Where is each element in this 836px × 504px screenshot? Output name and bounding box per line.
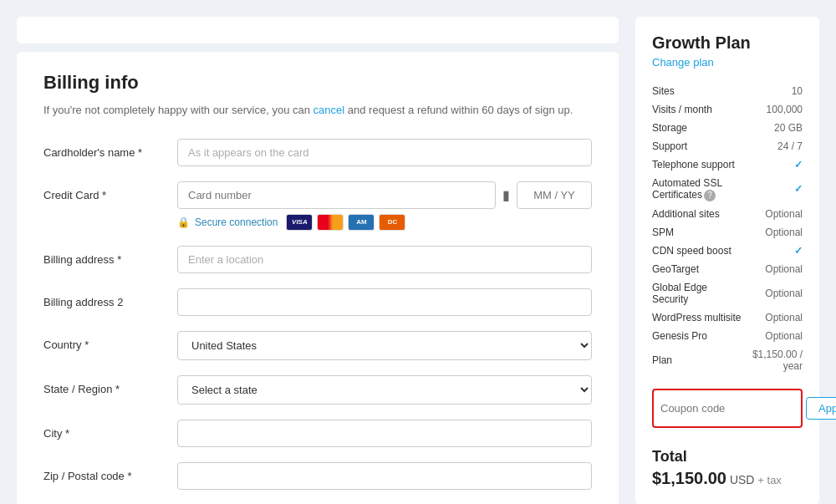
plan-feature-row: WordPress multisiteOptional xyxy=(652,308,803,327)
credit-card-icon: ▮ xyxy=(502,187,510,203)
credit-card-field: ▮ 🔒 Secure connection VISA AM DC xyxy=(177,181,592,231)
credit-card-row: Credit Card * ▮ 🔒 Secure connection VISA xyxy=(43,181,592,231)
checkmark-icon: ✓ xyxy=(794,183,803,195)
plan-feature-name: SPM xyxy=(652,223,744,242)
plan-feature-name: Genesis Pro xyxy=(652,327,744,345)
plan-feature-value: Optional xyxy=(744,278,803,308)
cardholder-input[interactable] xyxy=(177,139,592,166)
total-amount: $1,150.00 xyxy=(652,469,726,487)
state-field: Select a state California New York Texas xyxy=(177,375,592,405)
cc-number-input[interactable] xyxy=(177,181,496,209)
state-label: State / Region * xyxy=(43,375,177,395)
plan-feature-value: ✓ xyxy=(744,242,803,260)
plan-feature-name: Plan xyxy=(652,345,744,375)
city-row: City * xyxy=(43,420,592,447)
plan-feature-row: Storage20 GB xyxy=(652,119,803,137)
amex-logo: AM xyxy=(348,214,375,231)
plan-feature-name: WordPress multisite xyxy=(652,308,744,327)
zip-row: Zip / Postal code * xyxy=(43,462,592,490)
checkmark-icon: ✓ xyxy=(794,159,803,171)
plan-feature-name: Support xyxy=(652,137,744,155)
visa-logo: VISA xyxy=(286,214,313,231)
plan-feature-row: SPMOptional xyxy=(652,223,803,242)
billing-address-field xyxy=(177,246,592,273)
plan-feature-name: Storage xyxy=(652,119,744,137)
plan-feature-value: Optional xyxy=(744,260,803,278)
plan-feature-value: Optional xyxy=(744,205,803,223)
secure-connection-row: 🔒 Secure connection VISA AM DC xyxy=(177,214,592,231)
plan-feature-name: Global Edge Security xyxy=(652,278,744,308)
plan-features-table: Sites10Visits / month100,000Storage20 GB… xyxy=(652,82,803,375)
plan-feature-value: 24 / 7 xyxy=(744,137,803,155)
zip-label: Zip / Postal code * xyxy=(43,462,177,482)
cardholder-label: Cardholder's name * xyxy=(43,139,177,159)
plan-feature-value: 10 xyxy=(744,82,803,100)
plan-feature-value: 100,000 xyxy=(744,100,803,119)
secure-connection-label: Secure connection xyxy=(195,216,278,228)
zip-field xyxy=(177,462,592,490)
plan-feature-row: Additional sitesOptional xyxy=(652,205,803,223)
country-select[interactable]: United States Canada United Kingdom xyxy=(177,331,592,360)
country-field: United States Canada United Kingdom xyxy=(177,331,592,360)
plan-feature-row: Global Edge SecurityOptional xyxy=(652,278,803,308)
total-currency: USD xyxy=(730,473,757,486)
plan-feature-value: Optional xyxy=(744,327,803,345)
right-column: Growth Plan Change plan Sites10Visits / … xyxy=(635,17,819,504)
total-section: Total $1,150.00 USD + tax xyxy=(652,441,803,488)
lock-icon: 🔒 xyxy=(177,216,190,228)
plan-feature-row: Visits / month100,000 xyxy=(652,100,803,119)
apply-button[interactable]: Apply xyxy=(806,397,836,420)
billing-address2-field xyxy=(177,288,592,316)
billing-address-row: Billing address * xyxy=(43,246,592,273)
discover-logo: DC xyxy=(379,214,405,231)
plan-feature-row: Sites10 xyxy=(652,82,803,100)
city-label: City * xyxy=(43,420,177,440)
plan-feature-row: Automated SSL Certificates?✓ xyxy=(652,174,803,205)
card-logos: VISA AM DC xyxy=(286,214,405,231)
plan-feature-row: Genesis ProOptional xyxy=(652,327,803,345)
billing-address-label: Billing address * xyxy=(43,246,177,266)
checkmark-icon: ✓ xyxy=(794,245,803,257)
plan-feature-name: Sites xyxy=(652,82,744,100)
plan-feature-value: ✓ xyxy=(744,174,803,205)
plan-feature-row: CDN speed boost✓ xyxy=(652,242,803,260)
plan-feature-name: Automated SSL Certificates? xyxy=(652,174,744,205)
coupon-section: Apply xyxy=(652,389,803,428)
total-label: Total xyxy=(652,448,803,466)
plan-feature-value: Optional xyxy=(744,308,803,327)
plan-feature-name: GeoTarget xyxy=(652,260,744,278)
info-icon[interactable]: ? xyxy=(704,190,716,201)
billing-address2-label: Billing address 2 xyxy=(43,288,177,308)
plan-feature-name: Visits / month xyxy=(652,100,744,119)
plan-title: Growth Plan xyxy=(652,33,803,53)
billing-address-input[interactable] xyxy=(177,246,592,273)
billing-address2-input[interactable] xyxy=(177,288,592,316)
cardholder-field xyxy=(177,139,592,166)
plan-feature-row: Telephone support✓ xyxy=(652,155,803,174)
change-plan-link[interactable]: Change plan xyxy=(652,56,803,69)
country-label: Country * xyxy=(43,331,177,351)
plan-feature-row: GeoTargetOptional xyxy=(652,260,803,278)
plan-feature-row: Support24 / 7 xyxy=(652,137,803,155)
coupon-input[interactable] xyxy=(660,402,801,415)
state-row: State / Region * Select a state Californ… xyxy=(43,375,592,405)
city-field xyxy=(177,420,592,447)
total-amount-row: $1,150.00 USD + tax xyxy=(652,469,803,488)
plan-feature-row: Plan$1,150.00 / year xyxy=(652,345,803,375)
state-select[interactable]: Select a state California New York Texas xyxy=(177,375,592,405)
plan-feature-value: ✓ xyxy=(744,155,803,174)
cancel-link[interactable]: cancel xyxy=(314,104,345,116)
credit-card-label: Credit Card * xyxy=(43,181,177,201)
cardholder-row: Cardholder's name * xyxy=(43,139,592,166)
billing-subtitle: If you're not completely happy with our … xyxy=(43,102,592,119)
mastercard-logo xyxy=(317,214,344,231)
city-input[interactable] xyxy=(177,420,592,447)
plan-feature-value: Optional xyxy=(744,223,803,242)
plan-feature-name: Additional sites xyxy=(652,205,744,223)
plan-feature-name: CDN speed boost xyxy=(652,242,744,260)
country-row: Country * United States Canada United Ki… xyxy=(43,331,592,360)
billing-address2-row: Billing address 2 xyxy=(43,288,592,316)
plan-card: Growth Plan Change plan Sites10Visits / … xyxy=(635,17,819,504)
cc-expiry-input[interactable] xyxy=(517,181,592,209)
zip-input[interactable] xyxy=(177,462,592,490)
